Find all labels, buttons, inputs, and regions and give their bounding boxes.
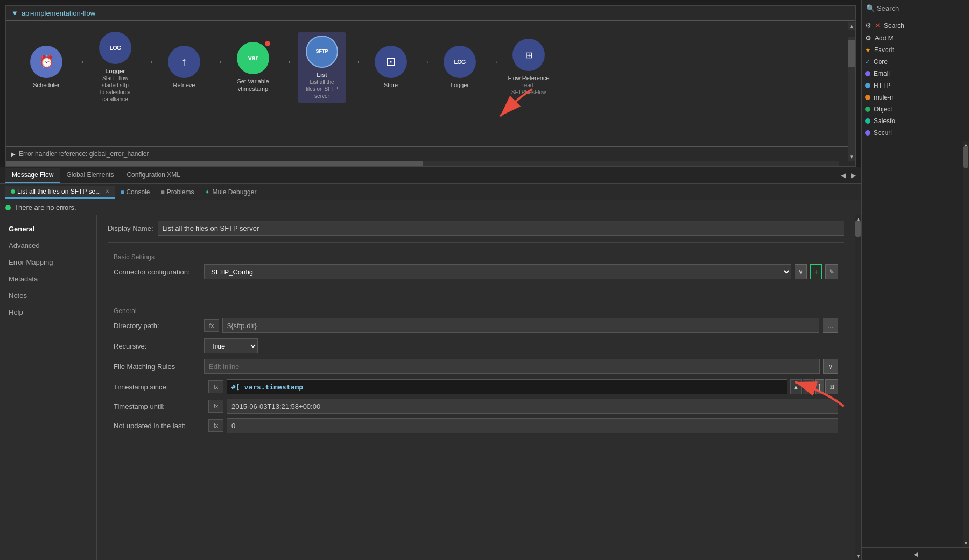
node-flowref-label: Flow Reference read-SFTPfilesFlow [508, 74, 549, 96]
palette-security-label: Securi [874, 129, 892, 137]
tabs-scroll-left[interactable]: ◀ [839, 171, 848, 180]
directory-path-browse-btn[interactable]: ... [823, 318, 838, 333]
display-name-label: Display Name: [108, 224, 153, 232]
flow-nodes-area: ⏰ Scheduler → LOG Logger Start - flowsta… [6, 21, 855, 114]
right-sidebar-collapse[interactable]: ◀ [862, 547, 969, 560]
canvas-v-scrollbar-thumb[interactable] [848, 40, 855, 67]
connector-1: → [76, 56, 86, 68]
tab-global-elements[interactable]: Global Elements [60, 168, 120, 183]
canvas-v-scrollbar[interactable] [848, 37, 855, 155]
tab-configuration-xml[interactable]: Configuration XML [120, 168, 186, 183]
right-sidebar-scroll-down[interactable]: ▼ [963, 539, 969, 547]
right-sidebar-search-label[interactable]: Search [877, 4, 899, 12]
bottom-tabs-bar: Message Flow Global Elements Configurati… [0, 167, 861, 184]
sidebar-item-notes[interactable]: Notes [0, 287, 96, 304]
core-check-icon: ✓ [865, 58, 870, 66]
palette-item-core[interactable]: ✓ Core [862, 56, 969, 68]
panel-tab-mule-debugger[interactable]: ✦ Mule Debugger [199, 186, 262, 198]
general-section-header: General [114, 307, 838, 315]
file-matching-expand-btn[interactable]: ∨ [823, 359, 838, 374]
timestamp-since-row: Timestamp since: fx ▲ ▼ ] ⊞ [114, 379, 838, 394]
timestamp-down-btn[interactable]: ▼ [803, 379, 814, 394]
node-scheduler-label: Scheduler [33, 81, 60, 89]
palette-item-salesforce[interactable]: Salesfo [862, 115, 969, 127]
connector-config-select[interactable]: SFTP_Config [204, 264, 791, 279]
canvas-scroll-up[interactable]: ▲ [848, 22, 855, 30]
palette-item-search[interactable]: ⚙ ✕ Search [862, 19, 969, 32]
timestamp-until-input[interactable] [227, 399, 838, 414]
timestamp-since-fx-btn[interactable]: fx [208, 380, 223, 393]
no-errors-text: There are no errors. [14, 203, 76, 211]
palette-add-label: Add M [875, 34, 894, 42]
sidebar-item-general[interactable]: General [0, 221, 96, 237]
palette-search-label: Search [884, 22, 904, 30]
panel-v-scrollbar[interactable]: ▲ ▼ [855, 215, 861, 560]
node-scheduler[interactable]: ⏰ Scheduler [22, 46, 71, 89]
timestamp-bracket-btn[interactable]: ] [815, 379, 824, 394]
tabs-scroll-right[interactable]: ▶ [849, 171, 858, 180]
canvas-h-scrollbar-thumb[interactable] [6, 161, 423, 166]
node-logger1[interactable]: LOG Logger Start - flowstarted sftpto sa… [91, 32, 139, 103]
panel-tab-console[interactable]: ■ Console [115, 186, 155, 198]
node-list[interactable]: SFTP List List all thefiles on SFTPserve… [298, 32, 346, 103]
connector-4: → [283, 56, 292, 68]
display-name-input[interactable] [158, 221, 844, 236]
file-matching-input[interactable] [204, 359, 820, 374]
sidebar-item-error-mapping[interactable]: Error Mapping [0, 254, 96, 271]
flow-collapse-icon[interactable]: ▼ [11, 9, 18, 17]
not-updated-input[interactable] [227, 418, 838, 433]
tab-message-flow[interactable]: Message Flow [5, 168, 60, 183]
error-handler-expand-icon[interactable]: ▶ [11, 151, 16, 157]
security-dot-icon [865, 130, 870, 136]
palette-item-email[interactable]: Email [862, 68, 969, 80]
directory-path-input[interactable] [222, 318, 819, 333]
right-sidebar-scrollbar[interactable]: ▲ ▼ [963, 141, 969, 547]
palette-item-security[interactable]: Securi [862, 127, 969, 139]
panel-v-scrollbar-thumb[interactable] [855, 221, 861, 237]
palette-item-object[interactable]: Object [862, 103, 969, 115]
sidebar-item-help[interactable]: Help [0, 304, 96, 321]
panel-scroll-down-btn[interactable]: ▼ [855, 552, 861, 560]
not-updated-fx-btn[interactable]: fx [208, 419, 223, 432]
directory-path-row: Directory path: fx ... [114, 318, 838, 333]
search-palette-icon: ⚙ [865, 22, 872, 30]
timestamp-since-input[interactable] [227, 379, 787, 394]
config-sidebar: General Advanced Error Mapping Metadata … [0, 215, 97, 560]
connector-3: → [214, 56, 223, 68]
panel-tab-list-sftp[interactable]: List all the files on SFTP se... ✕ [5, 186, 115, 199]
sidebar-item-advanced[interactable]: Advanced [0, 237, 96, 254]
node-flowref[interactable]: ⊞ Flow Reference read-SFTPfilesFlow [504, 39, 553, 96]
timestamp-until-fx-btn[interactable]: fx [208, 400, 223, 413]
node-setvariable[interactable]: var Set Variable vtimestamp [229, 42, 277, 93]
node-logger2[interactable]: LOG Logger [436, 46, 484, 89]
canvas-scroll-down[interactable]: ▼ [848, 153, 855, 161]
palette-item-mule[interactable]: mule-n [862, 91, 969, 103]
connector-2: → [145, 56, 155, 68]
right-sidebar-palette: ⚙ ✕ Search ⚙ Add M ★ Favorit ✓ Core Emai… [862, 17, 969, 141]
node-store[interactable]: ⊡ Store [367, 46, 415, 89]
connector-5: → [352, 56, 361, 68]
node-list-label: List List all thefiles on SFTPserver [306, 71, 338, 100]
palette-item-http[interactable]: HTTP [862, 80, 969, 91]
palette-item-favorites[interactable]: ★ Favorit [862, 44, 969, 56]
connector-config-add[interactable]: + [810, 264, 822, 279]
connector-config-edit[interactable]: ✎ [825, 264, 838, 279]
node-retrieve[interactable]: ↑ Retrieve [160, 46, 208, 89]
basic-settings-label: Basic Settings [114, 253, 155, 261]
flow-title-bar: ▼ api-implementation-flow [6, 6, 855, 21]
connector-config-dropdown[interactable]: ∨ [795, 264, 807, 279]
palette-item-add[interactable]: ⚙ Add M [862, 32, 969, 44]
no-errors-bar: There are no errors. [0, 200, 861, 215]
panel-tab-problems[interactable]: ■ Problems [155, 186, 199, 198]
canvas-h-scrollbar[interactable] [6, 161, 839, 166]
directory-path-fx-btn[interactable]: fx [204, 319, 219, 332]
timestamp-up-btn[interactable]: ▲ [790, 379, 802, 394]
timestamp-hash-btn[interactable]: ⊞ [825, 379, 838, 394]
sidebar-item-metadata[interactable]: Metadata [0, 271, 96, 287]
right-sidebar-scrollbar-thumb[interactable] [963, 146, 968, 168]
panel-tab-close[interactable]: ✕ [105, 188, 109, 194]
add-icon: ⚙ [865, 34, 872, 42]
http-dot-icon [865, 83, 870, 88]
error-handler-label: Error handler reference: global_error_ha… [19, 150, 149, 158]
recursive-select[interactable]: True [204, 338, 258, 353]
